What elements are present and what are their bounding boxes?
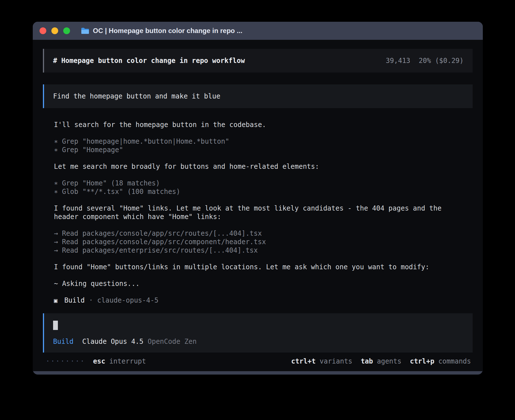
titlebar: OC | Homepage button color change in rep… — [33, 22, 483, 40]
spinner-dots: ········ — [46, 357, 85, 366]
assistant-text: I found several "Home" links. Let me loo… — [54, 204, 442, 221]
context-usage: 20% ($0.29) — [419, 56, 464, 65]
input-meta: Build Claude Opus 4.5 OpenCode Zen — [53, 337, 464, 346]
window-title: OC | Homepage button color change in rep… — [93, 27, 242, 35]
shortcut-commands: ctrl+p commands — [410, 357, 471, 366]
close-button[interactable] — [40, 27, 46, 34]
input-model: Claude Opus 4.5 — [82, 337, 143, 346]
shortcut-key: tab — [361, 357, 373, 366]
window-title-area: OC | Homepage button color change in rep… — [81, 27, 242, 35]
asterisk-tool-icon: ∗ — [54, 137, 58, 145]
folder-icon — [81, 27, 89, 34]
assistant-paragraph: I found several "Home" links. Let me loo… — [54, 204, 466, 221]
shortcut-key: ctrl+p — [410, 357, 435, 366]
arrow-right-icon: → — [54, 238, 58, 246]
shortcut-variants: ctrl+t variants — [291, 357, 352, 366]
asterisk-tool-icon: ∗ — [54, 179, 58, 187]
session-title: # Homepage button color change in repo w… — [53, 56, 245, 65]
keyboard-shortcuts: ctrl+t variants tab agents ctrl+p comman… — [291, 357, 471, 366]
minimize-button[interactable] — [51, 27, 58, 34]
tool-call-grep: ∗Grep "homepage|home.*button|Home.*butto… — [54, 137, 466, 146]
text-cursor — [53, 321, 58, 330]
agent-square-icon: ▣ — [54, 296, 58, 305]
tool-call-group: ∗Grep "homepage|home.*button|Home.*butto… — [54, 137, 466, 154]
tool-call-grep: ∗Grep "Homepage" — [54, 146, 466, 154]
agent-model: claude-opus-4-5 — [97, 296, 158, 305]
tool-call-label: Grep "Home" (18 matches) — [62, 179, 160, 187]
tool-call-group: →Read packages/console/app/src/routes/[.… — [54, 229, 466, 255]
assistant-paragraph: I'll search for the homepage button in t… — [54, 121, 466, 129]
session-stats: 39,413 20% ($0.29) — [386, 56, 464, 65]
prompt-input[interactable]: Build Claude Opus 4.5 OpenCode Zen — [43, 313, 473, 353]
tool-call-grep: ∗Grep "Home" (18 matches) — [54, 179, 466, 187]
terminal-window: OC | Homepage button color change in rep… — [33, 22, 483, 375]
traffic-lights — [40, 27, 70, 34]
user-message-text: Find the homepage button and make it blu… — [53, 92, 220, 100]
session-header: # Homepage button color change in repo w… — [43, 49, 473, 73]
shortcut-key: ctrl+t — [291, 357, 316, 366]
asterisk-tool-icon: ∗ — [54, 188, 58, 196]
assistant-text: Let me search more broadly for buttons a… — [54, 163, 319, 170]
working-status-text: ~ Asking questions... — [54, 280, 139, 288]
tool-call-label: Grep "Homepage" — [62, 146, 123, 154]
assistant-text: I'll search for the homepage button in t… — [54, 121, 266, 129]
shortcut-label: variants — [320, 357, 352, 366]
tool-call-label: Read packages/console/app/src/component/… — [62, 238, 266, 246]
shortcut-label: commands — [438, 357, 471, 366]
esc-key-hint: esc — [93, 357, 105, 366]
assistant-paragraph: I found "Home" buttons/links in multiple… — [54, 263, 466, 271]
user-message: Find the homepage button and make it blu… — [43, 84, 473, 108]
esc-action-label: interrupt — [109, 357, 146, 366]
statusbar: ········ esc interrupt ctrl+t variants t… — [46, 357, 471, 366]
tool-call-label: Glob "**/*.tsx" (100 matches) — [62, 188, 180, 196]
tool-call-read: →Read packages/console/app/src/routes/[.… — [54, 229, 466, 238]
shortcut-label: agents — [377, 357, 401, 366]
zoom-button[interactable] — [63, 27, 70, 34]
tool-call-label: Grep "homepage|home.*button|Home.*button… — [62, 137, 229, 145]
tool-call-read: →Read packages/enterprise/src/routes/[..… — [54, 246, 466, 255]
asterisk-tool-icon: ∗ — [54, 146, 58, 154]
assistant-transcript: I'll search for the homepage button in t… — [54, 121, 466, 305]
tool-call-group: ∗Grep "Home" (18 matches) ∗Glob "**/*.ts… — [54, 179, 466, 196]
arrow-right-icon: → — [54, 229, 58, 237]
token-count: 39,413 — [386, 56, 410, 65]
assistant-paragraph: Let me search more broadly for buttons a… — [54, 162, 466, 171]
agent-separator: · — [89, 296, 93, 305]
input-mode: Build — [53, 337, 73, 346]
shortcut-agents: tab agents — [361, 357, 401, 366]
agent-status-line: ▣ Build · claude-opus-4-5 — [54, 296, 466, 305]
arrow-right-icon: → — [54, 246, 58, 254]
terminal-content: # Homepage button color change in repo w… — [33, 40, 483, 371]
tool-call-glob: ∗Glob "**/*.tsx" (100 matches) — [54, 187, 466, 196]
tool-call-label: Read packages/enterprise/src/routes/[...… — [62, 246, 258, 254]
assistant-text: I found "Home" buttons/links in multiple… — [54, 263, 429, 271]
tool-call-label: Read packages/console/app/src/routes/[..… — [62, 229, 262, 237]
working-status: ~ Asking questions... — [54, 279, 466, 288]
tool-call-read: →Read packages/console/app/src/component… — [54, 238, 466, 246]
input-provider: OpenCode Zen — [148, 337, 197, 346]
agent-name: Build — [64, 296, 85, 305]
